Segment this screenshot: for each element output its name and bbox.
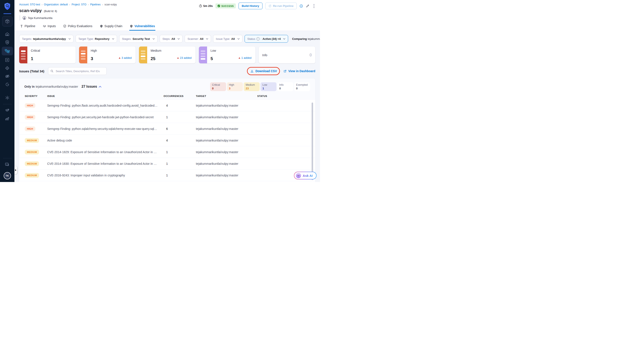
sidebar-item-targets[interactable] [2,64,13,72]
issue-title[interactable]: Semgrep Finding: python.jwt.security.jwt… [47,116,164,119]
issue-title[interactable]: CVE-2016-9243: Improper input validation… [47,174,164,177]
user-avatar[interactable]: TK [4,172,11,180]
severity-badge: HIGH [25,115,35,120]
issue-row[interactable]: MEDIUM Active debug code 4 tejakummariku… [19,135,315,146]
vulnerabilities-content: Targets:i: tejakummarikuntla/vulpy Targe… [15,31,320,182]
issue-title[interactable]: Active debug code [47,139,164,142]
sidebar-item-exemptions[interactable] [2,72,13,80]
severity-card[interactable]: Critical 1 [19,46,76,63]
issue-row[interactable]: MEDIUM CVE-2016-9243: Improper input val… [19,170,315,181]
chevron-separator: › [88,3,89,6]
sidebar-item-pipelines[interactable] [2,47,13,55]
download-icon [250,70,254,73]
filter-dropdown[interactable]: Issue Type:i: All [213,35,242,43]
sidebar-item-executions[interactable] [2,56,13,64]
filter-dropdown[interactable]: Statusi: Active (34) +4 [245,35,288,43]
shield-check-icon [63,24,66,28]
issues-table-body: HIGH Semgrep Finding: python.flask.secur… [19,100,315,182]
build-tabs: Pipeline Inputs Policy Evaluations Suppl… [15,23,320,31]
target-name: tejakummarikuntla/vulpy:master [196,139,257,142]
severity-badge: MEDIUM [25,150,39,154]
svg-text:?: ? [7,163,7,165]
tab-vulnerabilities[interactable]: Vulnerabilities [129,23,155,30]
issue-row[interactable]: HIGH Semgrep Finding: python.sqlalchemy.… [19,123,315,134]
pipeline-pin-icon [20,24,23,28]
issue-row[interactable]: HIGH Semgrep Finding: python.flask.secur… [19,100,315,111]
sidebar-item-home[interactable] [2,30,13,38]
sidebar-item-token[interactable] [2,81,13,88]
nav-divider [3,158,12,158]
severity-badge: MEDIUM [25,161,39,166]
nav-divider [4,13,11,14]
info-icon[interactable] [300,4,303,8]
severity-card[interactable]: High 3 3 added [79,46,136,63]
occurrences-count: 1 [164,174,196,177]
severity-card[interactable]: Low 5 1 added [199,46,255,63]
edit-pencil-icon[interactable] [306,4,309,8]
severity-card[interactable]: Info 0 [259,46,315,63]
sidebar-item-settings[interactable] [2,94,13,102]
filter-dropdown[interactable]: Stages:i: Security Test [119,35,158,43]
triangle-up-icon [119,57,121,58]
sidebar-item-delegates[interactable] [2,115,13,122]
severity-card-label: Info [262,54,267,57]
rerun-pipeline-button[interactable]: Re-run Pipeline [265,2,297,9]
sidebar-item-help[interactable]: ? [2,161,13,168]
issue-title[interactable]: CVE-2014-1830: Exposure of Sensitive Inf… [47,162,164,166]
build-duration: 5m 20s [199,4,213,8]
clock-icon [199,4,202,8]
breadcrumb-account-link[interactable]: Account: STO test [19,3,40,6]
breadcrumb-project-link[interactable]: Project: STO [72,3,86,6]
view-in-dashboard-button[interactable]: View in Dashboard [283,69,315,73]
module-selector-button[interactable] [2,16,13,26]
issues-panel: Only in tejakummarikuntla/vulpy:master 2… [19,78,315,182]
chevron-down-icon [178,38,180,40]
severity-card[interactable]: Medium 25 23 added [139,46,195,63]
breadcrumb-org-link[interactable]: Organization: default [44,3,68,6]
left-nav: ? TK [0,0,15,182]
severity-card-label: Critical [31,49,72,52]
column-severity: SEVERITY [25,95,47,97]
severity-chip: High 3 [227,82,243,91]
issue-row[interactable]: MEDIUM CVE-2014-1829: Exposure of Sensit… [19,146,315,158]
ask-ai-button[interactable]: Ask AI [294,172,317,180]
collapse-chevron-up-icon[interactable] [99,86,102,88]
chevron-down-icon [153,38,155,40]
issue-title[interactable]: Semgrep Finding: python.sqlalchemy.secur… [47,127,164,130]
occurrences-count: 1 [164,150,196,154]
issues-search[interactable] [48,67,107,75]
issue-row[interactable]: HIGH Semgrep Finding: python.jwt.securit… [19,112,315,122]
more-options-menu[interactable] [312,4,316,8]
sidebar-item-default-settings[interactable] [2,107,13,114]
table-scrollbar[interactable] [312,102,313,180]
filter-dropdown[interactable]: Target Type:i: Repository [76,35,117,43]
search-input[interactable] [55,69,104,73]
nav-divider [3,104,12,104]
nav-expand-handle[interactable] [15,166,17,174]
chevron-down-icon [283,38,285,40]
tab-policy-evaluations[interactable]: Policy Evaluations [63,23,93,30]
target-name: tejakummarikuntla/vulpy:master [196,162,257,166]
tab-supply-chain[interactable]: Supply Chain [99,23,123,30]
filter-dropdown[interactable]: Targets:i: tejakummarikuntla/vulpy [19,35,74,43]
issue-title[interactable]: CVE-2014-1829: Exposure of Sensitive Inf… [47,150,164,154]
app-logo-shield-search-icon[interactable] [4,2,11,10]
filter-dropdown[interactable]: Steps:i: All [160,35,183,43]
filter-dropdown[interactable]: Scanner:i: All [185,35,211,43]
chevron-right-icon [15,169,16,171]
page-header: Account: STO test› Organization: default… [15,0,320,31]
build-history-button[interactable]: Build History [239,2,262,9]
severity-chip: Medium 23 [244,82,260,91]
tab-inputs[interactable]: Inputs [42,23,56,30]
issue-row[interactable]: MEDIUM CVE-2014-1830: Exposure of Sensit… [19,158,315,169]
issue-title[interactable]: Semgrep Finding: python.flask.security.a… [47,104,164,107]
sidebar-item-scans[interactable] [2,38,13,46]
download-csv-button[interactable]: Download CSV [250,69,277,73]
severity-chip: Info 0 [277,82,293,91]
breadcrumb-pipelines-link[interactable]: Pipelines [90,3,101,6]
severity-count-chips: Critical 0 High 3 Medium 23 Low 1 [210,82,310,91]
main-area: Account: STO test› Organization: default… [15,0,320,182]
tab-pipeline[interactable]: Pipeline [20,23,36,30]
issue-row[interactable]: MEDIUM CVE-2017-11424: PyJWT... 1 tejaku… [19,181,315,182]
severity-card-label: High [91,49,132,52]
